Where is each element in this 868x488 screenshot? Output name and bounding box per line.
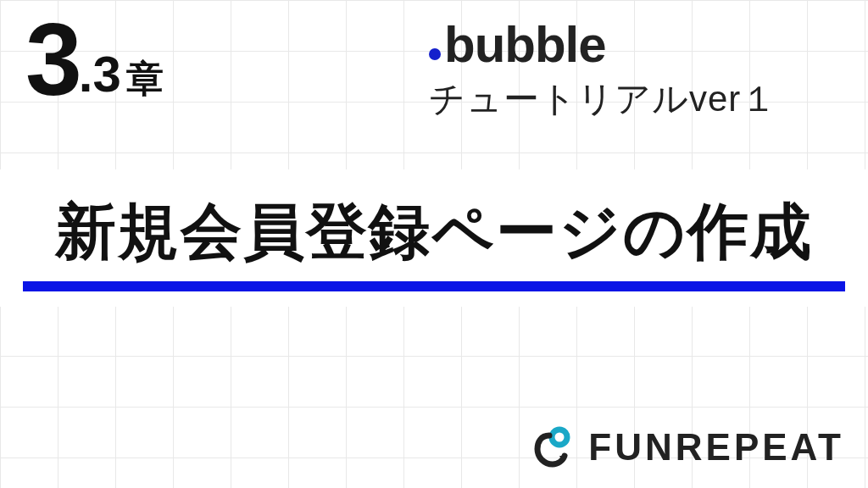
brand-block: bubble チュートリアルver１ — [429, 15, 777, 123]
title-underline — [23, 281, 845, 291]
funrepeat-icon — [532, 424, 580, 471]
brand-subtitle: チュートリアルver１ — [429, 75, 777, 123]
bubble-logo-text: bubble — [444, 15, 606, 74]
title-band: 新規会員登録ページの作成 — [0, 169, 868, 307]
chapter-label: 章 — [126, 58, 164, 99]
chapter-separator: . — [79, 46, 93, 103]
bubble-dot-icon — [429, 48, 441, 60]
svg-point-0 — [552, 430, 567, 445]
chapter-minor: 3 — [92, 46, 120, 103]
slide-container: 3.3章 bubble チュートリアルver１ 新規会員登録ページの作成 FUN… — [0, 0, 868, 488]
footer-brand-text: FUNREPEAT — [588, 426, 844, 469]
footer-brand: FUNREPEAT — [532, 424, 844, 471]
bubble-logo: bubble — [429, 15, 777, 74]
chapter-major: 3 — [25, 3, 79, 116]
chapter-number: 3.3章 — [25, 8, 164, 110]
page-title: 新規会員登録ページの作成 — [0, 191, 868, 273]
